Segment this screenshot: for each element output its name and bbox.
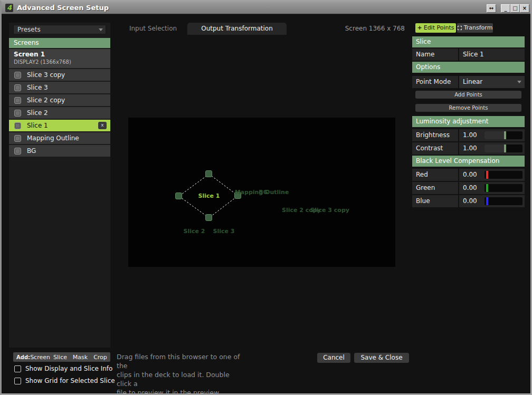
title-bar[interactable]: 4 Advanced Screen Setup [2, 2, 530, 14]
transform-button[interactable]: Transform [457, 23, 493, 33]
window-title: Advanced Screen Setup [17, 4, 109, 12]
remove-points-button[interactable]: Remove Points [415, 104, 521, 112]
name-label: Name [412, 49, 458, 61]
presets-label: Presets [17, 26, 41, 33]
slice2-canvas-label: Slice 2 [184, 228, 205, 235]
green-slider[interactable] [484, 184, 522, 192]
output-preview-canvas[interactable]: Slice 1 Mapping Outline BG Slice 2 copy … [128, 118, 395, 267]
blue-row: 0.00 [459, 195, 525, 207]
app-logo-icon: 4 [5, 4, 13, 12]
add-screen-button[interactable]: Screen [30, 354, 50, 361]
delete-layer-button[interactable]: x [98, 122, 107, 129]
maximize-button[interactable]: □ [510, 4, 520, 13]
blue-slider[interactable] [484, 197, 522, 205]
minimize-button[interactable]: _ [501, 4, 510, 13]
slice1-canvas-label: Slice 1 [198, 192, 220, 199]
layer-checkbox[interactable] [14, 72, 21, 79]
checkbox-label: Show Grid for Selected Slice [25, 377, 115, 384]
contrast-value: 1.00 [463, 144, 477, 152]
slice1-top-handle[interactable] [205, 170, 212, 177]
green-label: Green [412, 182, 458, 194]
point-mode-dropdown[interactable]: Linear [459, 76, 525, 88]
layer-checkbox[interactable] [14, 97, 21, 104]
add-mask-button[interactable]: Mask [70, 354, 90, 361]
contrast-label: Contrast [412, 142, 458, 155]
layer-row-slice3[interactable]: Slice 3 [9, 82, 110, 93]
layer-row-slice3copy[interactable]: Slice 3 copy [9, 69, 110, 81]
red-slider[interactable] [484, 171, 522, 179]
layer-label: Slice 3 copy [27, 71, 65, 79]
blue-label: Blue [412, 195, 458, 207]
add-points-button[interactable]: Add Points [415, 91, 521, 99]
layer-checkbox[interactable] [14, 122, 21, 129]
cancel-button[interactable]: Cancel [317, 353, 350, 363]
layer-row-slice1-selected[interactable]: Slice 1 x [9, 120, 110, 131]
save-close-button[interactable]: Save & Close [354, 353, 409, 363]
black-level-section-header: Black Level Compensation [412, 156, 525, 167]
contrast-row: 1.00 [459, 142, 525, 155]
edit-points-button[interactable]: +Edit Points [415, 23, 456, 33]
screen-resolution-label: Screen 1366 x 768 [345, 23, 405, 35]
screen-1-row[interactable]: Screen 1 DISPLAY2 (1366x768) [9, 49, 110, 68]
close-button[interactable]: × [520, 4, 529, 13]
slice3-canvas-label: Slice 3 [213, 228, 235, 235]
layer-row-slice2copy[interactable]: Slice 2 copy [9, 94, 110, 106]
red-label: Red [412, 169, 458, 181]
name-input[interactable]: Slice 1 [459, 49, 525, 61]
drag-files-hint: Drag files from this browser to one of t… [117, 353, 243, 395]
slice-section-header: Slice [412, 36, 525, 47]
add-bar: Add: Screen Slice Mask Crop [13, 352, 110, 362]
layer-label: Slice 3 [27, 84, 48, 91]
layer-row-slice2[interactable]: Slice 2 [9, 107, 110, 119]
tab-input-selection[interactable]: Input Selection [119, 23, 187, 35]
slice1-bottom-handle[interactable] [205, 214, 212, 221]
layer-label: Mapping Outline [27, 134, 79, 142]
layer-checkbox[interactable] [14, 148, 21, 155]
checkbox-label: Show Display and Slice Info [25, 365, 112, 372]
drag-files-hint-line2: clips in the deck to load it. Double cli… [117, 371, 243, 389]
resize-window-button[interactable]: ↔ [487, 4, 496, 13]
contrast-slider[interactable] [484, 144, 522, 152]
add-crop-button[interactable]: Crop [90, 354, 110, 361]
layer-label: Slice 2 [27, 109, 48, 117]
layer-checkbox[interactable] [14, 135, 21, 142]
red-row: 0.00 [459, 169, 525, 181]
advanced-screen-setup-dialog: 4 Advanced Screen Setup ↔ _ □ × Presets … [0, 0, 532, 395]
red-value: 0.00 [463, 171, 477, 178]
layer-label: BG [27, 147, 36, 155]
luminosity-section-header: Luminosity adjustment [412, 116, 525, 127]
add-slice-button[interactable]: Slice [50, 354, 70, 361]
slice3copy-canvas-label: Slice 3 copy [310, 207, 349, 214]
transform-label: Transform [464, 24, 493, 31]
layer-label: Slice 1 [27, 122, 48, 129]
checkbox-unchecked[interactable] [14, 365, 21, 372]
brightness-label: Brightness [412, 129, 458, 141]
bg-canvas-label: BG [259, 189, 268, 196]
slice1-left-handle[interactable] [175, 192, 182, 199]
brightness-slider[interactable] [484, 131, 522, 139]
edit-points-label: Edit Points [424, 24, 454, 31]
checkbox-unchecked[interactable] [14, 378, 21, 384]
green-value: 0.00 [463, 184, 477, 191]
show-display-info-checkbox-row[interactable]: Show Display and Slice Info [14, 365, 112, 372]
point-mode-value: Linear [463, 78, 482, 85]
transform-selection-icon [458, 26, 462, 30]
layer-row-bg[interactable]: BG [9, 145, 110, 157]
brightness-value: 1.00 [463, 131, 477, 139]
layer-checkbox[interactable] [14, 84, 21, 91]
layer-row-mapping-outline[interactable]: Mapping Outline [9, 132, 110, 144]
presets-dropdown[interactable]: Presets [13, 25, 106, 34]
screens-header: Screens [9, 38, 110, 48]
point-mode-label: Point Mode [412, 76, 458, 88]
drag-files-hint-line1: Drag files from this browser to one of t… [117, 353, 243, 371]
screen-name: Screen 1 [14, 51, 110, 58]
tab-output-transformation[interactable]: Output Transformation [187, 23, 287, 35]
add-label: Add: [16, 354, 30, 360]
layer-label: Slice 2 copy [27, 97, 65, 104]
layer-checkbox[interactable] [14, 110, 21, 117]
chevron-down-icon [517, 81, 521, 83]
screen-display-info: DISPLAY2 (1366x768) [14, 59, 110, 65]
show-grid-checkbox-row[interactable]: Show Grid for Selected Slice [14, 377, 115, 384]
layers-sidebar: Presets Screens Screen 1 DISPLAY2 (1366x… [9, 23, 110, 348]
drag-files-hint-line3: file to preview it in the preview monito… [117, 389, 243, 395]
